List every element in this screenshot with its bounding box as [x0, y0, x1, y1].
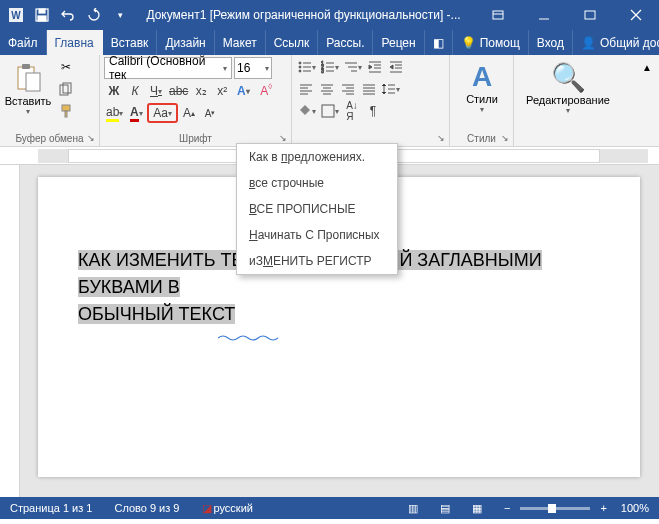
numbering-button[interactable]: 123▾: [319, 57, 341, 77]
chevron-down-icon: ▾: [265, 64, 269, 73]
view-read-icon[interactable]: ▥: [404, 502, 422, 515]
tab-signin[interactable]: Вход: [529, 30, 573, 55]
group-styles: A Стили ▾ Стили ↘: [450, 55, 514, 146]
group-paragraph: ▾ 123▾ ▾ ▾ ▾ ▾ A↓Я ¶ ↘: [292, 55, 450, 146]
zoom-level[interactable]: 100%: [617, 502, 653, 514]
minimize-icon[interactable]: [521, 0, 567, 30]
zoom-thumb[interactable]: [548, 504, 556, 513]
tab-mailings[interactable]: Рассы.: [318, 30, 373, 55]
svg-rect-13: [26, 73, 40, 91]
status-language-label: русский: [214, 502, 253, 514]
font-name-combo[interactable]: Calibri (Основной тек▾: [104, 57, 232, 79]
collapse-ribbon-icon[interactable]: ▲: [637, 57, 657, 77]
cut-icon[interactable]: ✂: [56, 57, 76, 77]
copy-icon[interactable]: [56, 79, 76, 99]
tab-file[interactable]: Файл: [0, 30, 47, 55]
format-painter-icon[interactable]: [56, 101, 76, 121]
undo-icon[interactable]: [56, 3, 80, 27]
case-sentence[interactable]: Как в предложениях.: [237, 144, 397, 170]
increase-indent-button[interactable]: [386, 57, 406, 77]
styles-icon: A: [472, 61, 492, 93]
zoom-out-button[interactable]: −: [500, 502, 514, 514]
case-upper[interactable]: ВСЕ ПРОПИСНЫЕ: [237, 196, 397, 222]
borders-button[interactable]: ▾: [319, 101, 341, 121]
editing-button[interactable]: 🔍 Редактирование ▾: [518, 57, 618, 115]
clear-format-button[interactable]: A◊: [254, 81, 274, 101]
bullets-button[interactable]: ▾: [296, 57, 318, 77]
svg-point-20: [299, 66, 301, 68]
statusbar: Страница 1 из 1 Слово 9 из 9 ◪ русский ▥…: [0, 497, 659, 519]
sort-button[interactable]: A↓Я: [342, 101, 362, 121]
font-size-combo[interactable]: 16▾: [234, 57, 272, 79]
view-web-icon[interactable]: ▦: [468, 502, 486, 515]
tab-view-icon[interactable]: ◧: [425, 30, 453, 55]
change-case-menu: Как в предложениях. все строчные ВСЕ ПРО…: [236, 143, 398, 275]
svg-point-18: [299, 62, 301, 64]
decrease-indent-button[interactable]: [365, 57, 385, 77]
align-left-button[interactable]: [296, 79, 316, 99]
tab-help[interactable]: 💡Помощ: [453, 30, 529, 55]
case-lower[interactable]: все строчные: [237, 170, 397, 196]
status-language[interactable]: ◪ русский: [198, 502, 257, 515]
zoom-slider[interactable]: [520, 507, 590, 510]
save-icon[interactable]: [30, 3, 54, 27]
strikethrough-button[interactable]: abc: [167, 81, 190, 101]
svg-point-22: [299, 70, 301, 72]
underline-button[interactable]: Ч ▾: [146, 81, 166, 101]
case-sentence-label: Как в предложениях.: [249, 150, 365, 164]
redo-icon[interactable]: [82, 3, 106, 27]
show-marks-button[interactable]: ¶: [363, 101, 383, 121]
group-clipboard: Вставить ▾ ✂ Буфер обмена ↘: [0, 55, 100, 146]
tab-share[interactable]: 👤Общий доступ: [573, 30, 659, 55]
subscript-button[interactable]: x₂: [191, 81, 211, 101]
zoom-control: − + 100%: [500, 502, 653, 514]
zoom-in-button[interactable]: +: [596, 502, 610, 514]
window-controls: [475, 0, 659, 30]
svg-rect-6: [493, 11, 503, 19]
tab-insert[interactable]: Вставк: [103, 30, 158, 55]
close-icon[interactable]: [613, 0, 659, 30]
styles-button[interactable]: A Стили ▾: [454, 57, 510, 114]
squiggle-icon: [218, 334, 368, 342]
tab-design[interactable]: Дизайн: [157, 30, 214, 55]
clipboard-icon: [14, 63, 42, 95]
superscript-button[interactable]: x²: [212, 81, 232, 101]
status-words[interactable]: Слово 9 из 9: [110, 502, 183, 514]
line-spacing-button[interactable]: ▾: [380, 79, 402, 99]
multilevel-button[interactable]: ▾: [342, 57, 364, 77]
italic-button[interactable]: К: [125, 81, 145, 101]
justify-button[interactable]: [359, 79, 379, 99]
status-page[interactable]: Страница 1 из 1: [6, 502, 96, 514]
tab-layout[interactable]: Макет: [215, 30, 266, 55]
shrink-font-button[interactable]: A▾: [200, 103, 220, 123]
grow-font-button[interactable]: A▴: [179, 103, 199, 123]
tab-home[interactable]: Главна: [47, 30, 103, 55]
highlight-button[interactable]: ab▾: [104, 103, 125, 123]
tab-references[interactable]: Ссылк: [266, 30, 319, 55]
paragraph-launcher-icon[interactable]: ↘: [435, 132, 447, 144]
clipboard-launcher-icon[interactable]: ↘: [85, 132, 97, 144]
paste-button[interactable]: Вставить ▾: [4, 61, 52, 118]
align-right-button[interactable]: [338, 79, 358, 99]
qat-customize-icon[interactable]: ▾: [108, 3, 132, 27]
ribbon-display-icon[interactable]: [475, 0, 521, 30]
maximize-icon[interactable]: [567, 0, 613, 30]
word-icon[interactable]: W: [4, 3, 28, 27]
view-print-icon[interactable]: ▤: [436, 502, 454, 515]
bold-button[interactable]: Ж: [104, 81, 124, 101]
ruler-vertical[interactable]: [0, 165, 20, 497]
text-effects-button[interactable]: A▾: [233, 81, 253, 101]
shading-button[interactable]: ▾: [296, 101, 318, 121]
case-toggle[interactable]: иЗМЕНИТЬ РЕГИСТР: [237, 248, 397, 274]
selected-text-line2[interactable]: ОБЫЧНЫЙ ТЕКСТ: [78, 304, 235, 324]
tab-review[interactable]: Рецен: [373, 30, 424, 55]
styles-launcher-icon[interactable]: ↘: [499, 132, 511, 144]
font-color-button[interactable]: A▾: [126, 103, 146, 123]
case-capitalize[interactable]: Начинать С Прописных: [237, 222, 397, 248]
share-icon: 👤: [581, 36, 596, 50]
proofing-icon: ◪: [202, 502, 212, 515]
ribbon: Вставить ▾ ✂ Буфер обмена ↘ Calibri (Осн…: [0, 55, 659, 147]
chevron-down-icon: ▾: [566, 106, 570, 115]
change-case-button[interactable]: Aa▾: [147, 103, 178, 123]
align-center-button[interactable]: [317, 79, 337, 99]
